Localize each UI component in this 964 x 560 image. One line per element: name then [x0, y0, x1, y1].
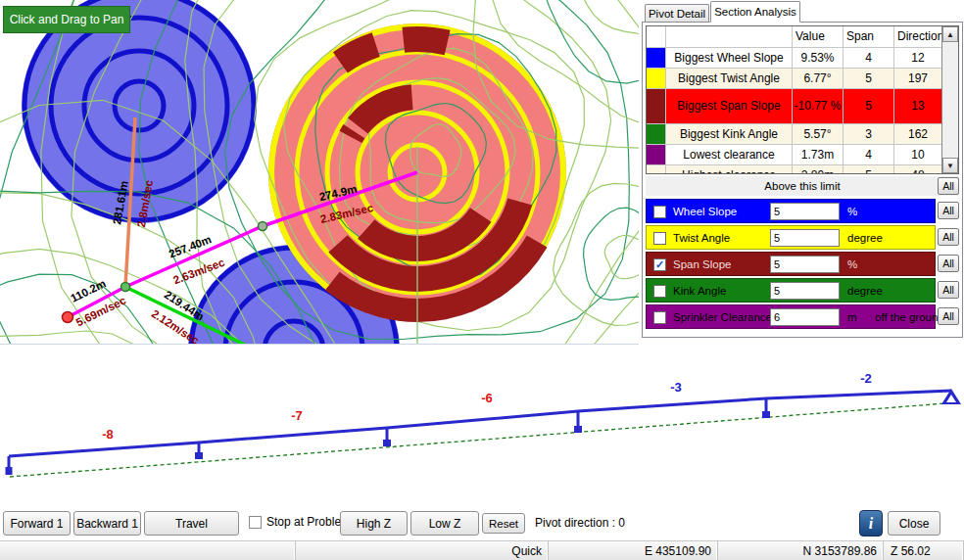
all-button[interactable]: All [938, 307, 959, 325]
table-row[interactable]: Biggest Wheel Slope 9.53% 4 12 [647, 48, 942, 69]
span-slope-label: -7 [291, 408, 303, 423]
limit-row-wheel-slope: Wheel Slope % All [646, 199, 959, 223]
info-button[interactable]: i [859, 510, 883, 537]
above-limit-label: Above this limit [764, 180, 840, 192]
kink-angle-swatch [647, 124, 666, 145]
application-window: 281.61m 2.8m/sec 110.2m 5.69m/sec 257.40… [0, 0, 964, 560]
col-header-span: Span [844, 26, 894, 48]
all-button[interactable]: All [938, 177, 959, 195]
span-slope-label: -6 [481, 391, 493, 405]
tab-section-analysis[interactable]: Section Analysis [710, 1, 800, 23]
span-slope-label: -3 [670, 380, 682, 395]
analysis-panel: Pivot Detail Section Analysis Value Span… [642, 0, 964, 343]
span-slope-swatch [647, 89, 666, 124]
sprinkler-clearance-checkbox[interactable] [653, 311, 666, 324]
clearance-swatch [647, 145, 666, 165]
route-joint-dot[interactable] [121, 283, 130, 292]
twist-angle-checkbox[interactable] [653, 232, 666, 245]
above-limit-header: Above this limit All [646, 176, 959, 196]
section-analysis-page: Value Span Direction Biggest Wheel Slope… [642, 22, 963, 338]
tab-pivot-detail[interactable]: Pivot Detail [645, 4, 709, 23]
span-slope-label: -8 [102, 427, 114, 442]
pivot-circle-blue-1 [22, 0, 257, 223]
table-row[interactable]: Highest clearance 2.80m 5 48 [647, 165, 942, 174]
pivot-direction-readout: Pivot direction : 0 [535, 516, 625, 530]
map-view[interactable]: 281.61m 2.8m/sec 110.2m 5.69m/sec 257.40… [0, 0, 639, 345]
status-bar: Quick E 435109.90 N 3153789.86 Z 56.02 [0, 540, 964, 560]
twist-angle-limit-input[interactable] [770, 229, 840, 247]
analysis-table: Value Span Direction Biggest Wheel Slope… [646, 25, 959, 174]
wheel-slope-swatch [647, 48, 666, 69]
span-slope-label: -2 [860, 371, 872, 386]
col-header-direction: Direction [894, 26, 942, 48]
wheel-slope-limit-input[interactable] [770, 203, 840, 220]
table-row[interactable]: Lowest clearance 1.73m 4 10 [647, 145, 942, 165]
status-easting: E 435109.90 [549, 541, 718, 560]
limit-row-span-slope: ✓ Span Slope % All [646, 252, 959, 276]
high-z-button[interactable]: High Z [340, 511, 408, 536]
stop-at-problem-checkbox[interactable] [249, 516, 262, 529]
all-button[interactable]: All [938, 281, 959, 299]
wheel-slope-checkbox[interactable] [653, 206, 666, 218]
limit-row-sprinkler-clearance: Sprinkler Clearance m off the ground All [646, 304, 959, 329]
towers [9, 398, 766, 474]
table-header-row: Value Span Direction [647, 26, 942, 48]
table-row[interactable]: Biggest Twist Angle 6.77° 5 197 [647, 69, 942, 89]
reset-button[interactable]: Reset [482, 513, 525, 534]
forward-button[interactable]: Forward 1 [3, 511, 71, 536]
ground-line [10, 403, 945, 477]
span-line [9, 391, 951, 456]
all-button[interactable]: All [938, 255, 959, 272]
table-scrollbar[interactable]: ▲ ▼ [941, 26, 958, 173]
low-z-button[interactable]: Low Z [410, 511, 479, 536]
limit-row-kink-angle: Kink Angle degree All [646, 278, 959, 303]
span-slope-limit-input[interactable] [770, 256, 840, 273]
table-row[interactable]: Biggest Kink Angle 5.57° 3 162 [647, 124, 942, 145]
tower-feet [6, 411, 771, 475]
bottom-toolbar: Forward 1 Backward 1 Travel Stop at Prob… [0, 507, 964, 540]
col-header-value: Value [793, 26, 844, 48]
status-empty-cell [0, 541, 296, 560]
status-elevation: Z 56.02 [884, 541, 964, 560]
route-start-dot[interactable] [63, 312, 73, 323]
travel-button[interactable]: Travel [144, 511, 239, 536]
twist-angle-swatch [647, 69, 666, 89]
limit-row-twist-angle: Twist Angle degree All [646, 225, 959, 250]
status-mode: Quick [296, 541, 549, 560]
stop-at-problem-label: Stop at Problen [266, 515, 348, 529]
status-northing: N 3153789.86 [718, 541, 884, 560]
all-button[interactable]: All [938, 202, 959, 219]
close-button[interactable]: Close [888, 511, 940, 536]
route-waypoint-dot[interactable] [259, 222, 267, 231]
span-slope-checkbox[interactable]: ✓ [653, 258, 666, 271]
sprinkler-clearance-limit-input[interactable] [770, 308, 840, 326]
elevation-profile: -8 -7 -6 -3 -2 [0, 357, 964, 504]
scroll-up-arrow[interactable]: ▲ [942, 26, 958, 42]
table-row-selected[interactable]: Biggest Span Slope -10.77 % 5 13 [647, 89, 942, 124]
scroll-down-arrow[interactable]: ▼ [942, 158, 958, 173]
backward-button[interactable]: Backward 1 [73, 511, 141, 536]
kink-angle-limit-input[interactable] [770, 282, 840, 300]
pan-mode-button[interactable]: Click and Drag to Pan [3, 6, 130, 33]
kink-angle-checkbox[interactable] [653, 285, 666, 298]
all-button[interactable]: All [938, 228, 959, 246]
